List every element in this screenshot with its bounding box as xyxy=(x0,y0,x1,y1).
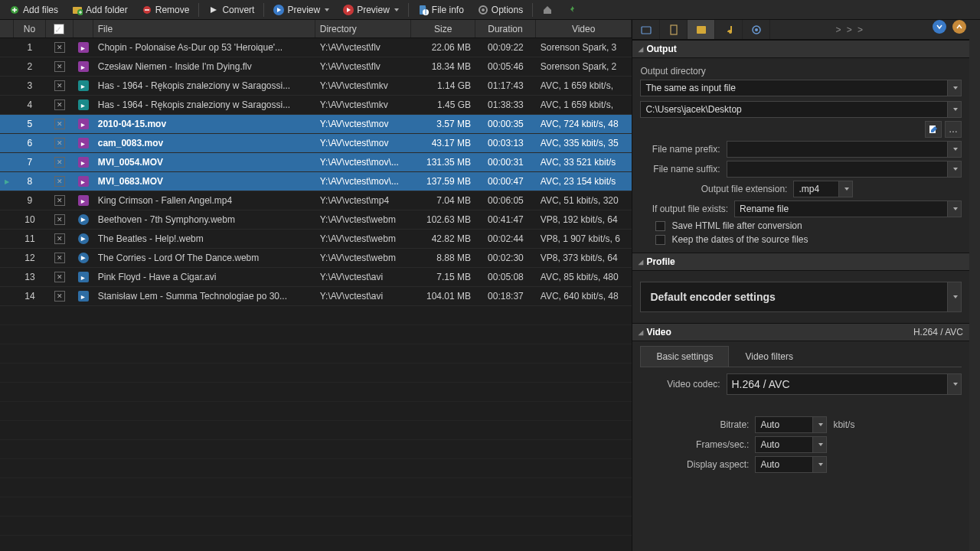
cell-video: VP8, 192 kbit/s, 64 xyxy=(536,210,632,229)
files-body[interactable]: 1✕▶Chopin - Polonaise As-Dur op 53 'Hero… xyxy=(0,38,632,551)
col-check[interactable]: ✓ xyxy=(46,20,74,37)
output-dir-path-select[interactable]: C:\Users\jacek\Desktop xyxy=(640,101,962,118)
table-row[interactable]: 1✕▶Chopin - Polonaise As-Dur op 53 'Hero… xyxy=(0,38,632,57)
row-checkbox[interactable]: ✕ xyxy=(54,157,65,168)
preview-button-2[interactable]: Preview xyxy=(337,3,405,17)
preview-button-1[interactable]: Preview xyxy=(267,3,335,17)
table-row[interactable]: 10✕▶Beethoven - 7th Symphony.webmY:\AV\v… xyxy=(0,210,632,230)
cell-no: 2 xyxy=(14,57,46,76)
suffix-select[interactable] xyxy=(727,161,962,178)
prefix-select[interactable] xyxy=(727,141,962,158)
cell-no: 11 xyxy=(14,230,46,248)
row-checkbox[interactable]: ✕ xyxy=(54,253,65,263)
output-section-header[interactable]: Output xyxy=(632,40,969,58)
save-html-check[interactable]: Save HTML file after conversion xyxy=(640,220,962,231)
col-size[interactable]: Size xyxy=(411,20,475,37)
row-checkbox[interactable]: ✕ xyxy=(54,80,65,91)
bitrate-select[interactable]: Auto xyxy=(755,416,827,433)
table-row[interactable]: 4✕▶Has - 1964 - Rękopis znaleziony w Sar… xyxy=(0,96,632,115)
home-button[interactable] xyxy=(536,3,559,17)
row-checkbox[interactable]: ✕ xyxy=(54,214,65,225)
options-button[interactable]: Options xyxy=(472,3,529,17)
table-row[interactable]: 2✕▶Czesław Niemen - Inside I'm Dying.flv… xyxy=(0,57,632,77)
cell-file: King Crimson - Fallen Angel.mp4 xyxy=(93,191,315,210)
remove-icon xyxy=(142,5,152,15)
keep-dates-check[interactable]: Keep the dates of the source files xyxy=(640,234,962,245)
row-checkbox[interactable]: ✕ xyxy=(54,176,65,187)
right-scrollbar[interactable] xyxy=(969,20,980,551)
table-row[interactable]: 11✕▶The Beatles - Help!.webmY:\AV\vctest… xyxy=(0,230,632,249)
output-dir-mode-select[interactable]: The same as input file xyxy=(640,80,962,96)
round-up-button[interactable] xyxy=(952,20,966,34)
fps-select[interactable]: Auto xyxy=(755,436,827,453)
video-codec-select[interactable]: H.264 / AVC xyxy=(727,373,962,395)
header-checkbox[interactable]: ✓ xyxy=(54,24,64,34)
profile-select[interactable]: Default encoder settings xyxy=(640,282,962,312)
col-file[interactable]: File xyxy=(93,20,315,37)
col-duration[interactable]: Duration xyxy=(475,20,536,37)
cell-size: 43.17 MB xyxy=(411,134,475,152)
table-row[interactable]: 5✕▶2010-04-15.movY:\AV\vctest\mov3.57 MB… xyxy=(0,115,632,134)
col-icon[interactable] xyxy=(74,20,93,37)
tab-document[interactable] xyxy=(660,20,688,39)
convert-button[interactable]: Convert xyxy=(202,3,260,17)
cell-no: 3 xyxy=(14,77,46,95)
tab-video[interactable] xyxy=(688,20,715,39)
cell-duration: 00:00:35 xyxy=(475,115,536,133)
video-codec-label: Video codec: xyxy=(640,379,726,390)
table-row[interactable]: 6✕▶cam_0083.movY:\AV\vctest\mov43.17 MB0… xyxy=(0,134,632,153)
tab-center-label[interactable]: > > > xyxy=(770,20,929,39)
exists-select[interactable]: Rename file xyxy=(734,201,962,217)
table-row[interactable]: 13✕▶Pink Floyd - Have a Cigar.aviY:\AV\v… xyxy=(0,268,632,287)
tab-basic-settings[interactable]: Basic settings xyxy=(640,346,729,367)
table-row[interactable]: ▶8✕▶MVI_0683.MOVY:\AV\vctest\mov\...137.… xyxy=(0,172,632,191)
tab-audio[interactable] xyxy=(715,20,743,39)
table-row[interactable]: 14✕▶Stanisław Lem - Summa Technologiae p… xyxy=(0,287,632,306)
edit-path-button[interactable] xyxy=(925,121,942,138)
row-checkbox[interactable]: ✕ xyxy=(54,233,65,244)
table-row[interactable]: 9✕▶King Crimson - Fallen Angel.mp4Y:\AV\… xyxy=(0,191,632,210)
tab-settings[interactable] xyxy=(743,20,770,39)
add-files-button[interactable]: Add files xyxy=(3,3,64,17)
table-row[interactable]: 7✕▶MVI_0054.MOVY:\AV\vctest\mov\...131.3… xyxy=(0,153,632,172)
profile-section: Default encoder settings xyxy=(632,271,969,323)
add-folder-button[interactable]: Add folder xyxy=(66,3,134,17)
browse-button[interactable]: … xyxy=(945,121,962,138)
row-checkbox[interactable]: ✕ xyxy=(54,272,65,282)
cell-no: 13 xyxy=(14,268,46,286)
row-checkbox[interactable]: ✕ xyxy=(54,291,65,302)
row-checkbox[interactable]: ✕ xyxy=(54,99,65,110)
col-no[interactable]: No xyxy=(14,20,46,37)
row-checkbox[interactable]: ✕ xyxy=(54,42,65,53)
row-checkbox[interactable]: ✕ xyxy=(54,61,65,72)
pin-button[interactable] xyxy=(560,3,583,17)
remove-button[interactable]: Remove xyxy=(136,3,196,17)
filetype-mov-icon: ▶ xyxy=(78,119,89,129)
cell-directory: Y:\AV\vctest\mov\... xyxy=(315,172,412,191)
round-down-button[interactable] xyxy=(933,20,946,34)
row-checkbox[interactable]: ✕ xyxy=(54,119,65,129)
cell-size: 1.45 GB xyxy=(411,96,475,114)
col-directory[interactable]: Directory xyxy=(315,20,412,37)
ext-select[interactable]: .mp4 xyxy=(793,181,853,197)
col-video[interactable]: Video xyxy=(536,20,632,37)
cell-file: The Beatles - Help!.webm xyxy=(93,230,315,248)
col-marker[interactable] xyxy=(0,20,14,37)
table-row[interactable]: 12✕▶The Corries - Lord Of The Dance.webm… xyxy=(0,249,632,268)
video-section-header[interactable]: Video H.264 / AVC xyxy=(632,323,969,341)
cell-directory: Y:\AV\vctest\avi xyxy=(315,268,412,286)
cell-video: AVC, 640 kbit/s, 48 xyxy=(536,287,632,305)
aspect-select[interactable]: Auto xyxy=(755,456,827,473)
cell-no: 7 xyxy=(14,153,46,171)
add-files-icon xyxy=(9,5,20,15)
row-checkbox[interactable]: ✕ xyxy=(54,138,65,148)
file-info-button[interactable]: i File info xyxy=(412,3,470,17)
row-checkbox[interactable]: ✕ xyxy=(54,195,65,206)
cell-directory: Y:\AV\vctest\mov xyxy=(315,134,412,152)
table-row[interactable]: 3✕▶Has - 1964 - Rękopis znaleziony w Sar… xyxy=(0,77,632,96)
profile-section-header[interactable]: Profile xyxy=(632,253,969,271)
tab-video-filters[interactable]: Video filters xyxy=(729,346,808,367)
cell-file: The Corries - Lord Of The Dance.webm xyxy=(93,249,315,267)
tab-folder[interactable] xyxy=(632,20,660,39)
playing-marker-icon: ▶ xyxy=(5,178,9,185)
